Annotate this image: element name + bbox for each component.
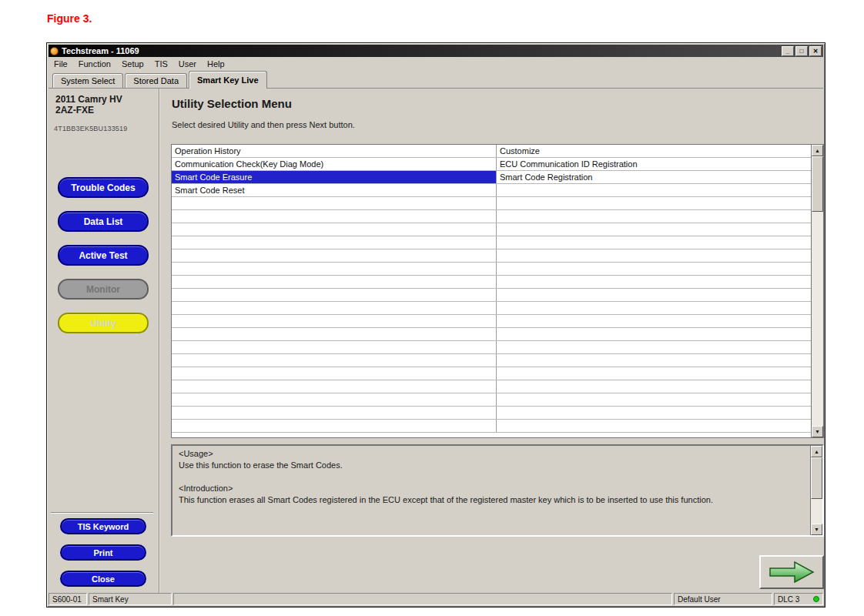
table-row bbox=[172, 354, 811, 367]
menu-item-help[interactable]: Help bbox=[202, 59, 230, 69]
close-window-button[interactable]: ✕ bbox=[809, 46, 822, 56]
menu-item-file[interactable]: File bbox=[49, 59, 73, 69]
title-bar: Techstream - 11069 _ □ ✕ bbox=[49, 45, 823, 57]
next-arrow-icon bbox=[768, 560, 815, 584]
utility-cell-left bbox=[172, 393, 497, 406]
tab-system-select[interactable]: System Select bbox=[52, 73, 123, 88]
usage-line: Use this function to erase the Smart Cod… bbox=[179, 460, 803, 471]
utility-cell-left bbox=[172, 197, 497, 209]
monitor-button[interactable]: Monitor bbox=[58, 279, 149, 300]
utility-cell-right bbox=[497, 210, 811, 223]
utility-cell-left[interactable]: Operation History bbox=[172, 145, 497, 157]
table-row bbox=[172, 276, 811, 289]
scrollbar-thumb[interactable] bbox=[812, 156, 823, 212]
utility-cell-left bbox=[172, 354, 497, 367]
scrollbar-thumb[interactable] bbox=[811, 457, 822, 499]
page-title: Utility Selection Menu bbox=[172, 97, 292, 110]
utility-cell-left bbox=[172, 407, 497, 419]
status-bar: S600-01 Smart Key Default User DLC 3 bbox=[49, 593, 823, 605]
table-row bbox=[172, 380, 811, 393]
menu-bar: File Function Setup TIS User Help bbox=[49, 58, 823, 69]
tab-stored-data[interactable]: Stored Data bbox=[125, 73, 187, 88]
vehicle-info: 2011 Camry HV 2AZ-FXE bbox=[55, 94, 122, 116]
table-row bbox=[172, 302, 811, 315]
table-row bbox=[172, 223, 811, 236]
utility-cell-right[interactable]: Customize bbox=[497, 145, 811, 157]
main-panel: Utility Selection Menu Select desired Ut… bbox=[162, 89, 823, 593]
utility-cell-selected[interactable]: Smart Code Erasure bbox=[172, 171, 497, 183]
utility-cell-left bbox=[172, 249, 497, 262]
utility-cell-right bbox=[497, 263, 811, 275]
utility-cell-left bbox=[172, 210, 497, 223]
trouble-codes-button[interactable]: Trouble Codes bbox=[58, 177, 149, 198]
sidebar: 2011 Camry HV 2AZ-FXE 4T1BB3EK5BU133519 … bbox=[49, 89, 160, 593]
status-function-name: Smart Key bbox=[89, 593, 172, 605]
page-instruction: Select desired Utility and then press Ne… bbox=[172, 120, 355, 129]
utility-cell-right bbox=[497, 407, 811, 419]
scroll-down-icon[interactable] bbox=[811, 524, 822, 535]
utility-cell-left bbox=[172, 367, 497, 380]
data-list-button[interactable]: Data List bbox=[58, 211, 149, 232]
status-dlc: DLC 3 bbox=[774, 593, 823, 605]
utility-cell-left bbox=[172, 315, 497, 327]
table-row[interactable]: Communication Check(Key Diag Mode) ECU C… bbox=[172, 158, 811, 171]
scroll-down-icon[interactable] bbox=[812, 426, 823, 437]
app-window: Techstream - 11069 _ □ ✕ File Function S… bbox=[46, 42, 825, 608]
usage-line bbox=[179, 471, 803, 483]
tis-keyword-button[interactable]: TIS Keyword bbox=[60, 518, 146, 534]
utility-cell-right bbox=[497, 367, 811, 380]
utility-cell-right[interactable]: ECU Communication ID Registration bbox=[497, 158, 811, 170]
table-row bbox=[172, 236, 811, 249]
print-button[interactable]: Print bbox=[60, 544, 146, 561]
table-row bbox=[172, 315, 811, 328]
scroll-up-icon[interactable] bbox=[811, 446, 822, 457]
scroll-up-icon[interactable] bbox=[812, 145, 823, 156]
utility-cell-right[interactable] bbox=[497, 184, 811, 196]
usage-scrollbar[interactable] bbox=[810, 446, 822, 535]
menu-item-user[interactable]: User bbox=[173, 59, 202, 69]
table-row[interactable]: Smart Code Erasure Smart Code Registrati… bbox=[172, 171, 811, 184]
table-row bbox=[172, 289, 811, 302]
utility-cell-left bbox=[172, 380, 497, 393]
utility-cell-right bbox=[497, 223, 811, 236]
utility-cell-right[interactable]: Smart Code Registration bbox=[497, 171, 811, 183]
table-row[interactable]: Smart Code Reset bbox=[172, 184, 811, 197]
usage-text: <Usage> Use this function to erase the S… bbox=[172, 446, 809, 535]
utility-cell-left bbox=[172, 236, 497, 249]
next-button[interactable] bbox=[759, 555, 824, 589]
table-row[interactable]: Operation History Customize bbox=[172, 145, 811, 158]
table-scrollbar[interactable] bbox=[811, 145, 823, 437]
utility-cell-right bbox=[497, 276, 811, 288]
table-row bbox=[172, 328, 811, 341]
content-area: 2011 Camry HV 2AZ-FXE 4T1BB3EK5BU133519 … bbox=[49, 89, 823, 593]
active-test-button[interactable]: Active Test bbox=[58, 245, 149, 266]
usage-line: This function erases all Smart Codes reg… bbox=[179, 494, 803, 506]
utility-cell-right bbox=[497, 197, 811, 209]
figure-label: Figure 3. bbox=[47, 12, 92, 25]
utility-button[interactable]: Utility bbox=[58, 313, 149, 333]
vehicle-model: 2011 Camry HV bbox=[55, 94, 122, 105]
menu-item-function[interactable]: Function bbox=[73, 59, 116, 69]
tab-smart-key-live[interactable]: Smart Key Live bbox=[189, 71, 266, 89]
app-icon bbox=[50, 47, 59, 55]
table-row bbox=[172, 367, 811, 380]
menu-item-setup[interactable]: Setup bbox=[116, 59, 149, 69]
menu-item-tis[interactable]: TIS bbox=[149, 59, 173, 69]
utility-cell-left bbox=[172, 289, 497, 301]
minimize-button[interactable]: _ bbox=[782, 46, 794, 56]
utility-cell-left[interactable]: Smart Code Reset bbox=[172, 184, 497, 196]
status-dlc-label: DLC 3 bbox=[778, 595, 799, 604]
table-row bbox=[172, 420, 811, 433]
page: Figure 3. Techstream - 11069 _ □ ✕ File … bbox=[0, 0, 864, 616]
utility-cell-left[interactable]: Communication Check(Key Diag Mode) bbox=[172, 158, 497, 170]
utility-cell-left bbox=[172, 341, 497, 353]
utility-cell-left bbox=[172, 328, 497, 340]
table-row bbox=[172, 210, 811, 223]
sidebar-divider bbox=[51, 512, 153, 514]
utility-table-rows: Operation History Customize Communicatio… bbox=[172, 145, 811, 437]
utility-cell-right bbox=[497, 302, 811, 314]
utility-cell-right bbox=[497, 354, 811, 367]
close-button[interactable]: Close bbox=[60, 571, 146, 587]
utility-cell-right bbox=[497, 341, 811, 353]
maximize-button[interactable]: □ bbox=[795, 46, 808, 56]
